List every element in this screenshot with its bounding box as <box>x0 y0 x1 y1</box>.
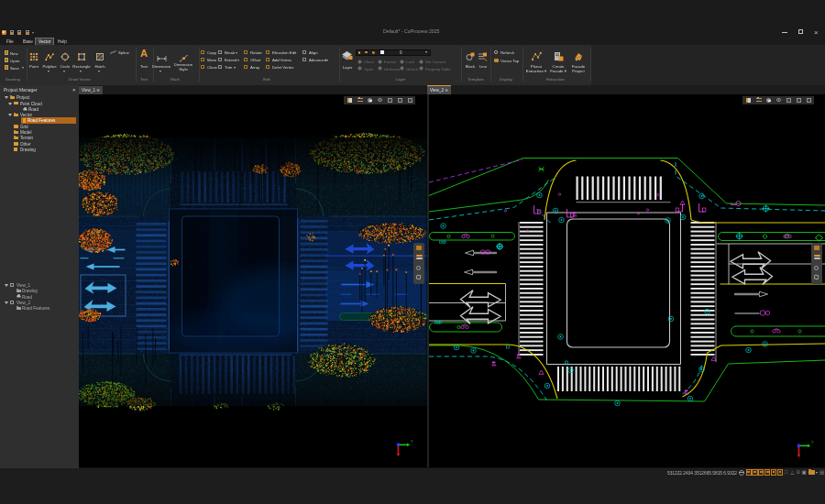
svg-text:Y: Y <box>811 440 814 444</box>
svg-text:Y: Y <box>411 439 413 444</box>
